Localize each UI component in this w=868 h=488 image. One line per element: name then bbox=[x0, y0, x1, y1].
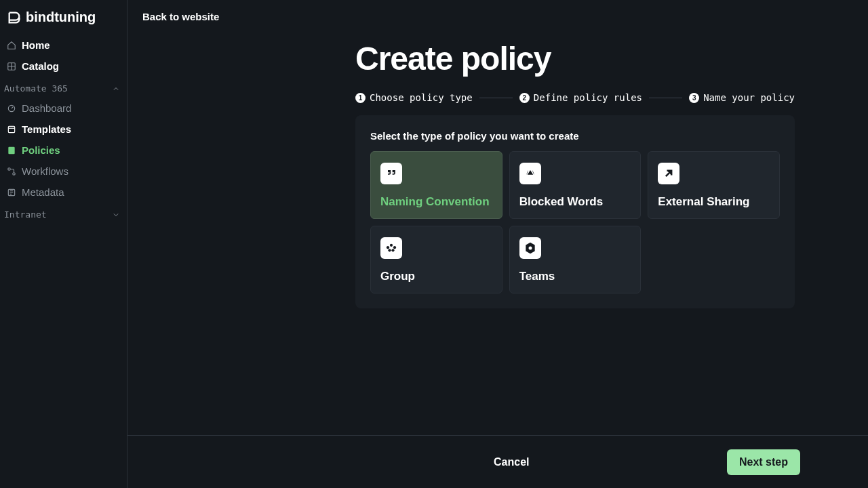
sidebar-section-label: Automate 365 bbox=[4, 83, 68, 94]
svg-point-11 bbox=[391, 249, 394, 251]
step-2: 2 Define policy rules bbox=[519, 92, 642, 103]
policy-type-panel: Select the type of policy you want to cr… bbox=[355, 115, 795, 308]
step-label: Name your policy bbox=[703, 92, 795, 103]
home-icon bbox=[7, 41, 16, 50]
brand-name: bindtuning bbox=[26, 9, 96, 25]
svg-point-5 bbox=[13, 172, 16, 175]
sidebar-item-catalog[interactable]: Catalog bbox=[0, 56, 127, 77]
step-label: Define policy rules bbox=[534, 92, 642, 103]
svg-point-8 bbox=[387, 246, 389, 249]
topbar: Back to website bbox=[127, 0, 868, 33]
templates-icon bbox=[7, 125, 16, 134]
policy-card-label: Naming Convention bbox=[380, 195, 492, 209]
step-divider bbox=[479, 98, 513, 98]
policy-card-teams[interactable]: Teams bbox=[509, 226, 642, 293]
sidebar-section-automate[interactable]: Automate 365 bbox=[0, 77, 127, 98]
sidebar: bindtuning Home Catalog Automate 365 Das… bbox=[0, 0, 127, 488]
step-number-icon: 2 bbox=[519, 93, 530, 103]
catalog-icon bbox=[7, 62, 16, 71]
svg-point-12 bbox=[528, 247, 532, 250]
sidebar-item-metadata[interactable]: Metadata bbox=[0, 182, 127, 203]
svg-point-7 bbox=[390, 244, 393, 247]
policy-card-label: External Sharing bbox=[658, 195, 770, 209]
sidebar-section-label: Intranet bbox=[4, 209, 47, 220]
svg-point-9 bbox=[393, 246, 396, 249]
policies-icon bbox=[7, 146, 16, 155]
svg-rect-3 bbox=[8, 146, 14, 154]
svg-point-10 bbox=[388, 249, 391, 251]
stepper: 1 Choose policy type 2 Define policy rul… bbox=[355, 92, 795, 103]
workflows-icon bbox=[7, 167, 16, 176]
brand-logo[interactable]: bindtuning bbox=[0, 9, 127, 35]
sidebar-section-intranet[interactable]: Intranet bbox=[0, 203, 127, 224]
step-number-icon: 3 bbox=[689, 93, 699, 103]
sidebar-item-label: Metadata bbox=[22, 186, 64, 198]
translate-icon bbox=[519, 163, 541, 184]
svg-point-4 bbox=[8, 167, 11, 170]
sidebar-item-dashboard[interactable]: Dashboard bbox=[0, 98, 127, 119]
sidebar-item-label: Catalog bbox=[22, 60, 59, 72]
svg-rect-2 bbox=[8, 126, 14, 132]
chevron-down-icon bbox=[112, 211, 120, 219]
teams-icon bbox=[519, 237, 541, 259]
quote-icon bbox=[380, 163, 402, 184]
sidebar-item-workflows[interactable]: Workflows bbox=[0, 161, 127, 182]
sidebar-item-policies[interactable]: Policies bbox=[0, 140, 127, 161]
step-1: 1 Choose policy type bbox=[355, 92, 473, 103]
sidebar-item-label: Home bbox=[22, 39, 50, 51]
policy-card-group[interactable]: Group bbox=[370, 226, 502, 293]
policy-card-grid: Naming Convention Blocked Words External… bbox=[370, 151, 780, 293]
policy-card-external-sharing[interactable]: External Sharing bbox=[648, 151, 780, 219]
footer: Cancel Next step bbox=[127, 435, 868, 488]
sidebar-item-templates[interactable]: Templates bbox=[0, 119, 127, 140]
policy-card-label: Teams bbox=[519, 270, 631, 283]
next-step-button[interactable]: Next step bbox=[727, 449, 800, 475]
step-number-icon: 1 bbox=[355, 93, 366, 103]
content: Create policy 1 Choose policy type 2 Def… bbox=[127, 33, 868, 435]
metadata-icon bbox=[7, 188, 16, 197]
step-divider bbox=[649, 98, 682, 98]
sidebar-item-label: Dashboard bbox=[22, 102, 71, 114]
brand-icon bbox=[7, 10, 22, 25]
chevron-up-icon bbox=[112, 85, 120, 93]
panel-title: Select the type of policy you want to cr… bbox=[370, 130, 780, 142]
policy-card-label: Blocked Words bbox=[519, 195, 631, 209]
policy-card-label: Group bbox=[380, 270, 492, 283]
dashboard-icon bbox=[7, 104, 16, 113]
sidebar-item-label: Policies bbox=[22, 144, 60, 156]
step-3: 3 Name your policy bbox=[689, 92, 795, 103]
sidebar-item-label: Templates bbox=[22, 123, 71, 135]
arrow-up-right-icon bbox=[658, 163, 679, 184]
page-title: Create policy bbox=[355, 40, 795, 77]
policy-card-blocked-words[interactable]: Blocked Words bbox=[509, 151, 642, 219]
sidebar-item-label: Workflows bbox=[22, 165, 68, 177]
step-label: Choose policy type bbox=[370, 92, 473, 103]
sidebar-item-home[interactable]: Home bbox=[0, 35, 127, 56]
back-link[interactable]: Back to website bbox=[142, 11, 219, 22]
main: Back to website Create policy 1 Choose p… bbox=[127, 0, 868, 488]
cancel-button[interactable]: Cancel bbox=[494, 456, 529, 468]
policy-card-naming-convention[interactable]: Naming Convention bbox=[370, 151, 502, 219]
group-icon bbox=[380, 237, 402, 259]
